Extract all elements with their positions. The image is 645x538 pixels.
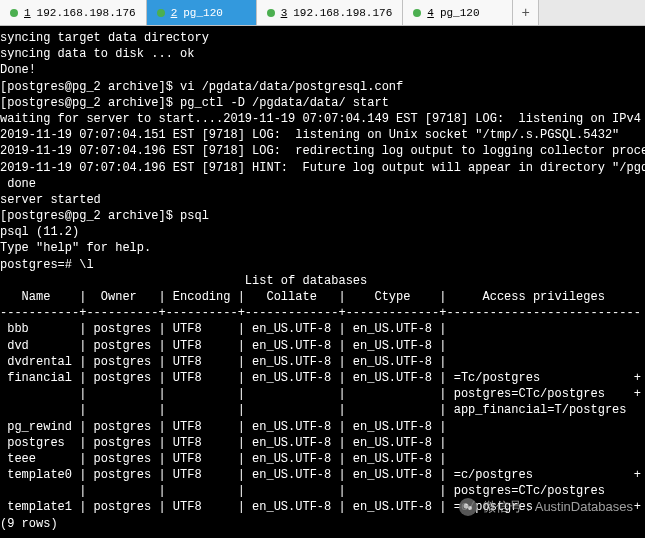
terminal-line: (9 rows) — [0, 516, 645, 532]
plus-icon: + — [522, 5, 530, 21]
tab-4[interactable]: 4 pg_120 — [403, 0, 513, 25]
status-dot-icon — [413, 9, 421, 17]
terminal-line: pg_rewind | postgres | UTF8 | en_US.UTF-… — [0, 419, 645, 435]
terminal-line: postgres | postgres | UTF8 | en_US.UTF-8… — [0, 435, 645, 451]
terminal-line: done — [0, 176, 645, 192]
tab-number: 1 — [24, 7, 31, 19]
terminal-line: syncing data to disk ... ok — [0, 46, 645, 62]
tab-1[interactable]: 1 192.168.198.176 — [0, 0, 147, 25]
terminal-line: server started — [0, 192, 645, 208]
status-dot-icon — [10, 9, 18, 17]
terminal-line: template0 | postgres | UTF8 | en_US.UTF-… — [0, 467, 645, 483]
tab-label: 192.168.198.176 — [293, 7, 392, 19]
terminal-line: waiting for server to start....2019-11-1… — [0, 111, 645, 127]
terminal-line: psql (11.2) — [0, 224, 645, 240]
terminal-line: bbb | postgres | UTF8 | en_US.UTF-8 | en… — [0, 321, 645, 337]
tab-label: pg_120 — [183, 7, 223, 19]
terminal-line: syncing target data directory — [0, 30, 645, 46]
terminal-line: [postgres@pg_2 archive]$ vi /pgdata/data… — [0, 79, 645, 95]
terminal-line: [postgres@pg_2 archive]$ psql — [0, 208, 645, 224]
tab-3[interactable]: 3 192.168.198.176 — [257, 0, 404, 25]
tab-label: 192.168.198.176 — [37, 7, 136, 19]
status-dot-icon — [157, 9, 165, 17]
wechat-icon — [459, 498, 477, 516]
tab-bar: 1 192.168.198.176 2 pg_120 3 192.168.198… — [0, 0, 645, 26]
terminal-line: financial | postgres | UTF8 | en_US.UTF-… — [0, 370, 645, 386]
terminal-line: | | | | | app_financial=T/postgres — [0, 402, 645, 418]
tab-2[interactable]: 2 pg_120 — [147, 0, 257, 25]
terminal-line: [postgres@pg_2 archive]$ pg_ctl -D /pgda… — [0, 95, 645, 111]
terminal-line: teee | postgres | UTF8 | en_US.UTF-8 | e… — [0, 451, 645, 467]
svg-point-1 — [468, 506, 472, 510]
tab-label: pg_120 — [440, 7, 480, 19]
terminal-line: dvdrental | postgres | UTF8 | en_US.UTF-… — [0, 354, 645, 370]
terminal-line: 2019-11-19 07:07:04.196 EST [9718] LOG: … — [0, 143, 645, 159]
terminal-line: Name | Owner | Encoding | Collate | Ctyp… — [0, 289, 645, 305]
terminal-output[interactable]: syncing target data directorysyncing dat… — [0, 26, 645, 538]
watermark-label: 微信号：AustinDatabases — [483, 498, 633, 516]
terminal-line: Done! — [0, 62, 645, 78]
terminal-line: | | | | | postgres=CTc/postgres + — [0, 386, 645, 402]
terminal-line: dvd | postgres | UTF8 | en_US.UTF-8 | en… — [0, 338, 645, 354]
watermark: 微信号：AustinDatabases — [459, 498, 633, 516]
svg-point-0 — [463, 504, 468, 509]
status-dot-icon — [267, 9, 275, 17]
terminal-line: Type "help" for help. — [0, 240, 645, 256]
terminal-line: 2019-11-19 07:07:04.151 EST [9718] LOG: … — [0, 127, 645, 143]
terminal-line: List of databases — [0, 273, 645, 289]
terminal-line: | | | | | postgres=CTc/postgres — [0, 483, 645, 499]
terminal-line: -----------+----------+----------+------… — [0, 305, 645, 321]
terminal-line: postgres=# \l — [0, 257, 645, 273]
tab-number: 3 — [281, 7, 288, 19]
tab-number: 2 — [171, 7, 178, 19]
tab-number: 4 — [427, 7, 434, 19]
terminal-line: 2019-11-19 07:07:04.196 EST [9718] HINT:… — [0, 160, 645, 176]
add-tab-button[interactable]: + — [513, 0, 539, 25]
